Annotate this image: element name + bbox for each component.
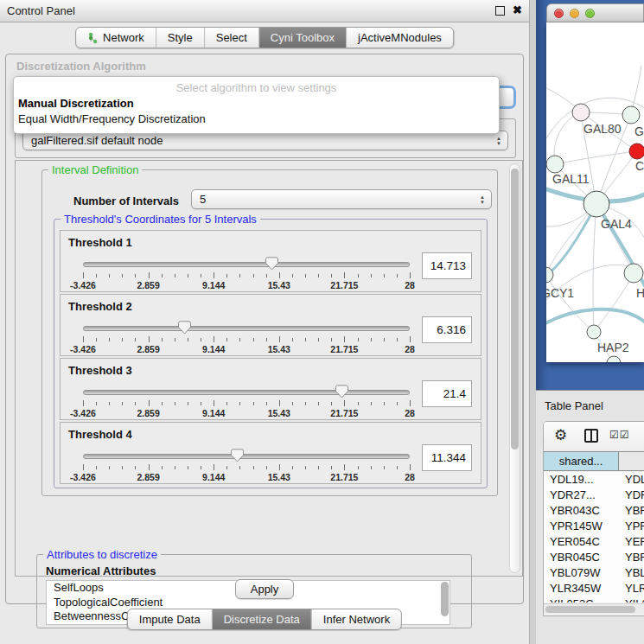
- column-header-shared-name[interactable]: shared...: [544, 452, 619, 470]
- tab-discretize-data[interactable]: Discretize Data: [213, 609, 312, 629]
- slider-tick: [214, 336, 214, 342]
- thresholds-group-title: Threshold's Coordinates for 5 Intervals: [61, 213, 260, 226]
- slider-tick: [135, 402, 136, 405]
- tab-select[interactable]: Select: [205, 28, 259, 48]
- table-row[interactable]: YDR27...YDR2: [544, 488, 644, 503]
- slider-tick: [305, 338, 306, 341]
- tab-impute-data[interactable]: Impute Data: [128, 609, 213, 629]
- network-canvas[interactable]: GAL80GACGAL11GAL4GCY1HHAP2: [546, 22, 644, 362]
- threshold-value-field[interactable]: 11.344: [422, 444, 472, 471]
- number-of-intervals-combobox[interactable]: 5 ▲▼: [191, 189, 492, 209]
- slider-thumb[interactable]: [265, 257, 278, 271]
- algorithm-dropdown-popup: Select algorithm to view settings Manual…: [13, 76, 500, 134]
- network-edge[interactable]: [594, 273, 634, 332]
- minimize-traffic-light-icon[interactable]: [570, 9, 579, 18]
- float-window-icon[interactable]: [495, 6, 505, 16]
- columns-icon[interactable]: [584, 429, 598, 443]
- gear-icon[interactable]: ⚙: [554, 426, 567, 444]
- settings-vertical-scrollbar[interactable]: [509, 163, 520, 573]
- table-row[interactable]: YBR045CYBR0: [544, 550, 644, 565]
- tab-infer-network[interactable]: Infer Network: [312, 609, 401, 629]
- network-node-bottom-partial[interactable]: [607, 356, 621, 362]
- network-node-gal11[interactable]: [546, 156, 564, 173]
- cell-name: YIL0: [625, 596, 644, 603]
- slider-thumb[interactable]: [231, 449, 244, 462]
- network-node-red-node[interactable]: [629, 143, 644, 159]
- network-node-gal80[interactable]: [572, 104, 590, 121]
- dropdown-option-manual-discretization[interactable]: Manual Discretization: [18, 97, 134, 110]
- cell-shared-name: YLR345W: [550, 581, 601, 596]
- tab-network-label: Network: [103, 28, 144, 48]
- table-panel: Table Panel ⚙ ☑☑ shared... na YDL19...YD…: [536, 390, 644, 644]
- slider-tick: [226, 274, 227, 277]
- slider-tick-label: 21.715: [330, 280, 358, 290]
- slider-track[interactable]: [83, 326, 410, 331]
- network-edge[interactable]: [546, 309, 644, 327]
- table-row[interactable]: YDL19...YDL1: [544, 472, 644, 488]
- network-edge[interactable]: [546, 204, 596, 280]
- slider-track[interactable]: [83, 390, 410, 395]
- slider-thumb[interactable]: [178, 321, 191, 335]
- slider-tick: [188, 466, 188, 469]
- slider-tick-label: 9.144: [202, 344, 225, 354]
- threshold-value-field[interactable]: 21.4: [422, 380, 472, 407]
- table-row[interactable]: YLR345WYLR3: [544, 581, 644, 596]
- slider-tick: [266, 402, 267, 405]
- slider-track[interactable]: [83, 262, 410, 267]
- dropdown-option-equal-width-frequency[interactable]: Equal Width/Frequency Discretization: [18, 112, 206, 125]
- slider-tick: [135, 274, 136, 277]
- slider-tick-label: 15.43: [268, 344, 290, 354]
- tab-cyni-toolbox-label: Cyni Toolbox: [271, 28, 335, 48]
- combobox-arrows-icon: ▲▼: [480, 190, 485, 208]
- threshold-value-field[interactable]: 14.713: [422, 252, 472, 279]
- table-row[interactable]: YBL079WYBL0: [544, 565, 644, 581]
- table-horizontal-scrollbar[interactable]: [544, 603, 644, 614]
- slider-tick: [109, 402, 110, 405]
- slider-tick: [266, 338, 267, 341]
- network-edge[interactable]: [546, 275, 594, 332]
- slider-tick: [318, 402, 319, 405]
- slider-tick: [149, 464, 150, 470]
- select-columns-checkboxes-icon[interactable]: ☑☑: [609, 429, 630, 441]
- table-scrollbar-thumb[interactable]: [545, 606, 635, 613]
- slider-tick: [162, 274, 163, 277]
- slider-thumb[interactable]: [335, 385, 348, 399]
- slider-tick: [397, 466, 398, 469]
- slider-track[interactable]: [83, 454, 410, 459]
- table-row[interactable]: YIL053CYIL0: [544, 596, 644, 603]
- threshold-slider[interactable]: -3.4262.8599.14415.4321.71528: [83, 449, 410, 481]
- network-window[interactable]: GAL80GACGAL11GAL4GCY1HHAP2: [546, 3, 644, 384]
- zoom-traffic-light-icon[interactable]: [585, 9, 595, 18]
- threshold-slider[interactable]: -3.4262.8599.14415.4321.71528: [83, 385, 410, 418]
- tab-network[interactable]: Network: [76, 28, 156, 48]
- network-node-top-right[interactable]: [622, 106, 640, 124]
- threshold-slider[interactable]: -3.4262.8599.14415.4321.71528: [83, 257, 410, 290]
- close-traffic-light-icon[interactable]: [554, 9, 564, 18]
- tab-style[interactable]: Style: [156, 28, 205, 48]
- threshold-slider[interactable]: -3.4262.8599.14415.4321.71528: [83, 321, 410, 354]
- column-header-name[interactable]: na: [620, 452, 644, 470]
- network-node-gal4[interactable]: [583, 191, 609, 217]
- network-node-h-node[interactable]: [624, 264, 643, 283]
- slider-tick: [149, 400, 150, 406]
- close-icon[interactable]: ✖: [513, 3, 522, 16]
- settings-scrollbar-thumb[interactable]: [511, 169, 519, 450]
- slider-tick: [266, 274, 267, 277]
- slider-tick: [358, 274, 359, 277]
- network-node-hap2[interactable]: [587, 325, 601, 339]
- network-window-titlebar[interactable]: [546, 3, 644, 22]
- slider-tick-label: 15.43: [268, 408, 290, 418]
- tab-cyni-toolbox[interactable]: Cyni Toolbox: [259, 28, 347, 48]
- table-row[interactable]: YBR043CYBR0: [544, 503, 644, 519]
- slider-tick: [331, 466, 332, 469]
- attributes-list-scrollbar[interactable]: [441, 582, 449, 616]
- tab-jactivemnodules[interactable]: jActiveMNodules: [347, 28, 453, 48]
- table-row[interactable]: YER054CYER0: [544, 534, 644, 550]
- slider-tick: [175, 338, 175, 341]
- network-edge[interactable]: [555, 151, 637, 164]
- interval-definition-group: Interval Definition Number of Intervals …: [41, 169, 498, 496]
- threshold-value-field[interactable]: 6.316: [422, 316, 472, 343]
- slider-tick: [239, 402, 240, 405]
- table-row[interactable]: YPR145WYPR1: [544, 519, 644, 534]
- apply-button[interactable]: Apply: [235, 579, 294, 599]
